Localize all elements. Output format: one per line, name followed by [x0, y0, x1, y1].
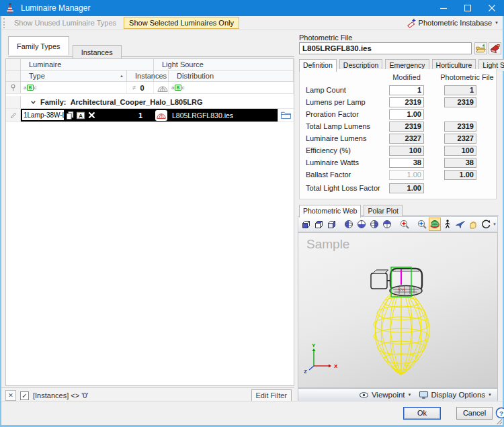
- open-photometric-file-button[interactable]: [474, 42, 487, 54]
- tab-family-types[interactable]: Family Types: [8, 36, 69, 55]
- definition-row: Luminaire Watts3838: [300, 158, 496, 168]
- instabase-file-icon: [489, 44, 501, 54]
- definition-row: Lamp Count11: [300, 85, 496, 95]
- app-icon: [5, 3, 15, 13]
- rotate-button[interactable]: [480, 218, 492, 231]
- window-title: Luminaire Manager: [21, 3, 90, 13]
- orbit-button[interactable]: [429, 218, 441, 231]
- show-selected-button[interactable]: Show Selected Luminaires Only: [124, 17, 239, 29]
- photometric-instabase-button[interactable]: Photometric Instabase ▼: [406, 18, 499, 28]
- modified-value-field: 1.00: [389, 183, 424, 193]
- axis-triad: Y X Z: [304, 342, 338, 375]
- show-unused-button[interactable]: Show Unused Luminaire Types: [9, 17, 121, 28]
- view-toolbar: ▼: [298, 216, 498, 232]
- rename-type-button[interactable]: A: [76, 110, 85, 120]
- modified-column-header: Modified: [386, 73, 427, 81]
- type-filter-cell[interactable]: aBc: [21, 82, 127, 93]
- luminaire-type-row[interactable]: 1Lamp-38W-LED-27 A 1 L805LRGFL830.ies: [6, 108, 294, 122]
- type-name-editor[interactable]: 1Lamp-38W-LED-27: [22, 110, 64, 120]
- photometric-web-viewport[interactable]: Sample Y: [298, 232, 498, 388]
- family-group-row[interactable]: Family: Architectural_Cooper_Halo_L805LR…: [6, 96, 294, 108]
- instabase-lookup-button[interactable]: [489, 42, 501, 54]
- view-iso-ne-button[interactable]: [325, 218, 337, 231]
- distribution-cell: L805LRGFL830.ies: [169, 109, 294, 122]
- main-toolbar: Show Unused Luminaire Types Show Selecte…: [1, 16, 503, 30]
- help-button[interactable]: ?: [495, 407, 504, 419]
- edit-filter-button[interactable]: Edit Filter: [251, 389, 292, 401]
- column-header-instances[interactable]: Instances: [127, 70, 154, 81]
- modified-value-field: 2319: [389, 122, 424, 132]
- modified-value-field[interactable]: 1: [389, 85, 424, 95]
- tab-instances[interactable]: Instances: [73, 45, 122, 60]
- close-icon: [489, 5, 495, 11]
- view-back-button[interactable]: [368, 218, 380, 231]
- photometric-panel: Photometric File L805LRGFL830.ies Defini…: [297, 30, 504, 403]
- not-equal-icon: ≠: [132, 84, 136, 91]
- column-header-row: Type ▲ Instances Distribution: [6, 70, 294, 82]
- family-group-label: Family: Architectural_Cooper_Halo_L805LR…: [21, 96, 202, 108]
- photometric-file-value-field: 2319: [444, 97, 476, 107]
- luminaire-manager-window: Luminaire Manager Show Unused Luminaire …: [0, 0, 504, 427]
- ok-button[interactable]: Ok: [403, 407, 441, 420]
- cancel-button[interactable]: Cancel: [456, 407, 493, 420]
- view-iso-se-button[interactable]: [312, 218, 325, 231]
- copy-type-button[interactable]: [65, 110, 75, 120]
- modified-value-field[interactable]: 2319: [389, 97, 424, 107]
- tab-polar-plot[interactable]: Polar Plot: [364, 205, 403, 217]
- photometric-file-value-field: 2327: [444, 134, 476, 144]
- view-side-button[interactable]: [355, 218, 368, 231]
- modified-value-field[interactable]: 38: [389, 158, 424, 168]
- column-header-type[interactable]: Type ▲: [21, 70, 127, 81]
- photometric-file-column-header: Photometric File: [436, 73, 498, 81]
- instances-filter-value: 0: [140, 84, 144, 92]
- group-header-luminaire: Luminaire: [21, 59, 154, 70]
- svg-text:?: ?: [499, 410, 503, 417]
- resize-grip[interactable]: [497, 419, 502, 424]
- field-label: Total Lamp Lumens: [306, 122, 370, 130]
- field-label: Lumens per Lamp: [306, 98, 366, 106]
- browse-photometric-file-button[interactable]: [278, 109, 294, 122]
- tab-photometric-web[interactable]: Photometric Web: [299, 205, 361, 218]
- minimize-button[interactable]: [431, 0, 456, 16]
- view-top-button[interactable]: [381, 218, 393, 231]
- clear-filter-button[interactable]: ✕: [5, 390, 16, 401]
- instances-count-cell: 1: [127, 109, 154, 122]
- photometric-file-input[interactable]: L805LRGFL830.ies: [299, 42, 472, 54]
- axis-label-z: Z: [304, 369, 307, 375]
- tab-definition[interactable]: Definition: [299, 59, 337, 72]
- walk-button[interactable]: [442, 218, 454, 231]
- group-header-row: Luminaire Light Source: [6, 59, 294, 70]
- distribution-dome-icon: [155, 110, 167, 121]
- modified-value-field[interactable]: 1.00: [389, 109, 424, 120]
- chevron-down-icon[interactable]: [30, 99, 36, 105]
- column-header-distribution[interactable]: Distribution: [169, 70, 294, 81]
- text-filter-icon: aBc: [24, 85, 37, 91]
- caret-down-icon: ▼: [488, 393, 492, 397]
- delete-type-button[interactable]: [87, 110, 96, 120]
- definition-row: Luminaire Lumens23272327: [300, 134, 496, 144]
- view-iso-sw-button[interactable]: [300, 218, 312, 231]
- display-options-button[interactable]: Display Options ▼: [419, 391, 493, 399]
- field-label: Total Light Loss Factor: [306, 184, 380, 192]
- zoom-extents-button[interactable]: [398, 218, 411, 231]
- definition-row: Proration Factor1.00: [300, 109, 496, 120]
- row-indicator: [6, 96, 21, 108]
- fly-button[interactable]: [454, 218, 466, 231]
- photometric-web-wireframe: [374, 285, 429, 375]
- distribution-filter-cell[interactable]: aBc: [169, 82, 294, 93]
- instances-filter-cell[interactable]: ≠ 0: [127, 82, 154, 93]
- maximize-button[interactable]: [456, 0, 480, 16]
- definition-panel: Modified Photometric File Lamp Count11Lu…: [299, 69, 497, 199]
- viewpoint-button[interactable]: Viewpoint ▼: [359, 391, 412, 399]
- pin-icon: [9, 83, 17, 92]
- field-label: Ballast Factor: [306, 171, 351, 179]
- toolbar-grip: [3, 18, 7, 28]
- view-front-button[interactable]: [343, 218, 355, 231]
- zoom-window-button[interactable]: [416, 218, 428, 231]
- filter-enabled-checkbox[interactable]: ✓: [20, 391, 29, 400]
- field-label: Proration Factor: [306, 110, 359, 118]
- toolbar-overflow-button[interactable]: ▼: [493, 222, 498, 226]
- close-button[interactable]: [480, 0, 504, 16]
- pan-button[interactable]: [467, 218, 479, 231]
- sort-asc-icon: ▲: [120, 74, 124, 78]
